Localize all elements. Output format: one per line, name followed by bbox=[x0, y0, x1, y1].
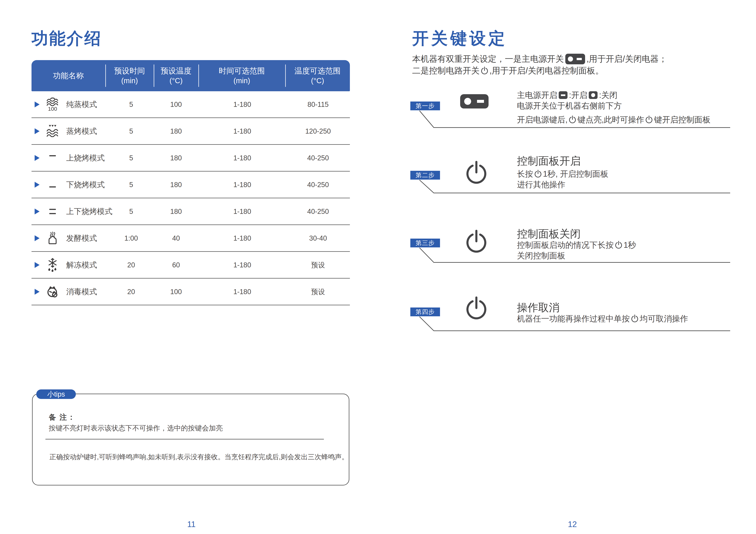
note-label: 备 注： bbox=[49, 412, 76, 422]
power-icon bbox=[615, 240, 622, 249]
table-row: 消毒模式 20 100 1-180 预设 bbox=[32, 279, 350, 305]
step-3-line-2: 关闭控制面板 bbox=[517, 250, 636, 261]
ferment-icon bbox=[47, 232, 58, 245]
col-header-preset-temp: 预设温度 (°C) bbox=[154, 66, 198, 86]
table-row: 上下烧烤模式 5 180 1-180 40-250 bbox=[32, 198, 350, 225]
page-number-right: 12 bbox=[568, 520, 577, 529]
power-icon bbox=[465, 295, 488, 322]
intro-line-2: 二是控制电路开关 ,用于开启/关闭电器控制面板。 bbox=[412, 65, 667, 77]
power-icon bbox=[465, 160, 488, 186]
header-divider bbox=[154, 65, 154, 87]
col-header-preset-time: 预设时间 (min) bbox=[105, 66, 154, 86]
sterilize-icon bbox=[46, 286, 59, 298]
left-page: 功能介绍 功能名称 预设时间 (min) 预设温度 (°C) 时间可选范围 (m… bbox=[32, 29, 350, 47]
col-header-temp-range: 温度可选范围 (°C) bbox=[285, 66, 350, 86]
power-icon bbox=[534, 170, 542, 178]
table-header-row: 功能名称 预设时间 (min) 预设温度 (°C) 时间可选范围 (min) 温… bbox=[32, 60, 350, 91]
row-arrow-icon bbox=[35, 289, 40, 295]
col-header-function-name: 功能名称 bbox=[32, 71, 105, 81]
step-3-badge: 第三步 bbox=[410, 239, 440, 247]
intro-paragraph: 本机器有双重开关设定，一是主电源开关 ,用于开启/关闭电器； 二是控制电路开关 … bbox=[412, 53, 667, 77]
function-table: 功能名称 预设时间 (min) 预设温度 (°C) 时间可选范围 (min) 温… bbox=[32, 60, 350, 305]
row-arrow-icon bbox=[35, 101, 40, 107]
step-2-title: 控制面板开启 bbox=[517, 154, 581, 168]
table-row: 发酵模式 1:00 40 1-180 30-40 bbox=[32, 225, 350, 252]
intro-line-1: 本机器有双重开关设定，一是主电源开关 ,用于开启/关闭电器； bbox=[412, 53, 667, 65]
col-header-time-range: 时间可选范围 (min) bbox=[199, 66, 285, 86]
header-divider bbox=[199, 65, 199, 87]
row-arrow-icon bbox=[35, 182, 40, 188]
row-arrow-icon bbox=[35, 235, 40, 241]
tips-divider bbox=[45, 439, 324, 439]
table-row: 解冻模式 20 60 1-180 预设 bbox=[32, 252, 350, 279]
step-2-line-1: 长按 1秒, 开启控制面板 bbox=[517, 169, 608, 179]
row-arrow-icon bbox=[35, 209, 40, 214]
step-4-line-1: 机器任一功能再操作过程中单按 均可取消操作 bbox=[517, 313, 688, 324]
rocker-switch-icon bbox=[565, 54, 585, 64]
right-page-title: 开关键设定 bbox=[412, 29, 731, 47]
table-row: 蒸烤模式 5 180 1-180 120-250 bbox=[32, 118, 350, 145]
top-grill-icon bbox=[49, 155, 56, 156]
step-2-badge: 第二步 bbox=[410, 171, 440, 180]
table-row: 上烧烤模式 5 180 1-180 40-250 bbox=[32, 145, 350, 172]
power-icon bbox=[631, 314, 638, 323]
step-2: 第二步 控制面板开启 长按 1秒, 开启控制面板 进行其他操作 bbox=[412, 151, 731, 194]
tips-box: 小tips 备 注： 按键不亮灯时表示该状态下不可操作，选中的按键会加亮 正确按… bbox=[32, 394, 349, 486]
table-row: 下烧烤模式 5 180 1-180 40-250 bbox=[32, 172, 350, 198]
step-leader-line bbox=[412, 290, 731, 332]
step-3: 第三步 控制面板关闭 控制面板启动的情况下长按 1秒 关闭控制面板 bbox=[412, 221, 731, 263]
power-icon bbox=[465, 229, 488, 255]
left-page-title: 功能介绍 bbox=[32, 29, 350, 47]
tips-badge: 小tips bbox=[36, 389, 76, 399]
table-body: 100 纯蒸模式 5 100 1-180 80-115 bbox=[32, 91, 350, 305]
step-1-line-1: 主电源开启 :开启 :关闭 bbox=[517, 90, 729, 100]
row-arrow-icon bbox=[35, 262, 40, 268]
step-2-line-2: 进行其他操作 bbox=[517, 179, 608, 190]
step-4-badge: 第四步 bbox=[410, 307, 440, 316]
rocker-switch-icon bbox=[460, 94, 489, 108]
row-arrow-icon bbox=[35, 155, 40, 161]
header-divider bbox=[105, 65, 106, 87]
step-4-text: 机器任一功能再操作过程中单按 均可取消操作 bbox=[517, 313, 688, 324]
dash-chip-icon bbox=[559, 91, 568, 99]
note-text: 按键不亮灯时表示该状态下不可操作，选中的按键会加亮 bbox=[49, 424, 223, 433]
step-1-text: 主电源开启 :开启 :关闭 电源开关位于机器右侧前下方 开启电源键后, 键点亮,… bbox=[517, 90, 729, 125]
power-icon bbox=[645, 115, 653, 124]
step-1-badge: 第一步 bbox=[410, 101, 440, 110]
step-4: 第四步 操作取消 机器任一功能再操作过程中单按 均可取消操作 bbox=[412, 290, 731, 332]
top-bottom-grill-icon bbox=[49, 209, 56, 214]
step-4-title: 操作取消 bbox=[517, 300, 559, 315]
table-row: 100 纯蒸模式 5 100 1-180 80-115 bbox=[32, 91, 350, 118]
page-number-left: 11 bbox=[187, 520, 196, 529]
steam-bake-icon bbox=[46, 125, 59, 138]
beep-note-text: 正确按动炉键时,可听到蜂鸣声响,如未听到,表示没有接收。当烹饪程序完成后,则会发… bbox=[49, 452, 348, 462]
pure-steam-icon: 100 bbox=[46, 97, 59, 112]
header-divider bbox=[285, 65, 286, 87]
step-1-line-2: 电源开关位于机器右侧前下方 bbox=[517, 100, 729, 111]
step-1: 第一步 主电源开启 :开启 :关闭 电源开关位于机器右侧前下方 开启电源键后, … bbox=[412, 87, 731, 128]
step-1-line-3: 开启电源键后, 键点亮,此时可操作 键开启控制面板 bbox=[517, 114, 729, 125]
step-3-title: 控制面板关闭 bbox=[517, 227, 581, 241]
right-page: 开关键设定 本机器有双重开关设定，一是主电源开关 ,用于开启/关闭电器； 二是控… bbox=[412, 29, 731, 47]
defrost-icon bbox=[47, 258, 58, 272]
power-icon bbox=[481, 66, 488, 75]
bottom-grill-icon bbox=[49, 186, 56, 187]
circle-chip-icon bbox=[589, 91, 598, 99]
power-icon bbox=[569, 115, 576, 124]
step-2-text: 长按 1秒, 开启控制面板 进行其他操作 bbox=[517, 169, 608, 190]
row-arrow-icon bbox=[35, 128, 40, 134]
step-3-line-1: 控制面板启动的情况下长按 1秒 bbox=[517, 240, 636, 250]
step-3-text: 控制面板启动的情况下长按 1秒 关闭控制面板 bbox=[517, 240, 636, 261]
